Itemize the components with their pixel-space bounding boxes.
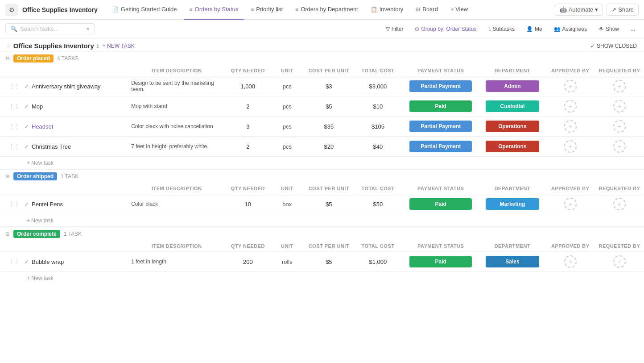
collapse-icon-order-placed[interactable]: ⊖ bbox=[5, 55, 10, 62]
approved-by-avatar[interactable]: + bbox=[564, 100, 577, 113]
col-header-item-desc-3: ITEM DESCRIPTION bbox=[128, 241, 226, 252]
unit-cell: pcs bbox=[270, 96, 304, 117]
filter-button[interactable]: ▽ Filter bbox=[382, 24, 407, 34]
task-name[interactable]: Mop bbox=[32, 103, 43, 110]
col-header-dept-3: DEPARTMENT bbox=[479, 241, 546, 252]
unit-cell: pcs bbox=[270, 137, 304, 157]
approved-by-cell: + bbox=[546, 137, 595, 157]
group-icon: ⊙ bbox=[415, 26, 419, 32]
qty-cell: 200 bbox=[226, 252, 270, 272]
requested-by-avatar[interactable]: + bbox=[613, 198, 626, 210]
requested-by-avatar[interactable]: + bbox=[613, 255, 626, 268]
approved-by-avatar[interactable]: + bbox=[564, 80, 577, 92]
col-header-total-2: TOTAL COST bbox=[353, 183, 402, 194]
approved-by-avatar[interactable]: + bbox=[564, 255, 577, 268]
section-order-shipped: ⊖ Order shipped 1 TASK ITEM DESCRIPTION … bbox=[0, 169, 644, 226]
me-button[interactable]: 👤 Me bbox=[523, 24, 546, 34]
group-by-button[interactable]: ⊙ Group by: Order Status bbox=[411, 24, 480, 34]
requested-by-avatar[interactable]: + bbox=[613, 100, 626, 113]
share-button[interactable]: ↗ Share bbox=[607, 4, 639, 16]
new-task-button[interactable]: + NEW TASK bbox=[103, 43, 135, 49]
tab-orders-by-status[interactable]: ≡ Orders by Status bbox=[184, 0, 244, 20]
task-name[interactable]: Pentel Pens bbox=[32, 201, 63, 208]
subtasks-button[interactable]: ⤵ Subtasks bbox=[485, 24, 518, 34]
requested-by-avatar[interactable]: + bbox=[613, 120, 626, 133]
approved-by-cell: + bbox=[546, 117, 595, 137]
app-title: Office Supplies Inventory bbox=[22, 6, 98, 13]
tab-icon-board: ⊞ bbox=[416, 6, 420, 13]
col-header-qty: QTY NEEDED bbox=[226, 65, 270, 76]
task-name[interactable]: Anniversary shirt giveaway bbox=[32, 83, 101, 90]
task-name[interactable]: Headset bbox=[32, 123, 53, 130]
cost-per-unit-cell: $3 bbox=[304, 76, 353, 96]
check-icon[interactable]: ✓ bbox=[24, 259, 29, 265]
check-icon[interactable]: ✓ bbox=[24, 103, 29, 110]
total-cost-cell: $40 bbox=[353, 137, 402, 157]
check-icon[interactable]: ✓ bbox=[24, 123, 29, 130]
nav-right: 🤖 Automate ▾ ↗ Share bbox=[555, 4, 639, 16]
col-header-qty-2: QTY NEEDED bbox=[226, 183, 270, 194]
item-description-cell: Mop with stand bbox=[128, 96, 226, 117]
drag-handle-icon: ⋮⋮ bbox=[9, 259, 20, 265]
tab-board[interactable]: ⊞ Board bbox=[410, 0, 443, 20]
requested-by-cell: + bbox=[595, 96, 644, 117]
info-icon: ℹ bbox=[97, 43, 99, 49]
unit-cell: pcs bbox=[270, 76, 304, 96]
requested-by-cell: + bbox=[595, 76, 644, 96]
unit-cell: box bbox=[270, 194, 304, 214]
search-box[interactable]: 🔍 Search tasks... ▾ bbox=[5, 23, 95, 34]
approved-by-avatar[interactable]: + bbox=[564, 120, 577, 133]
task-table-order-shipped: ITEM DESCRIPTION QTY NEEDED UNIT COST PE… bbox=[0, 183, 644, 214]
payment-status-cell: Paid bbox=[402, 194, 479, 214]
col-header-approved-3: APPROVED BY bbox=[546, 241, 595, 252]
requested-by-cell: + bbox=[595, 137, 644, 157]
approved-by-cell: + bbox=[546, 252, 595, 272]
show-closed-button[interactable]: ✓ SHOW CLOSED bbox=[590, 43, 637, 49]
requested-by-avatar[interactable]: + bbox=[613, 140, 626, 153]
tab-orders-by-dept[interactable]: ≡ Orders by Department bbox=[290, 0, 363, 20]
page-title: Office Supplies Inventory bbox=[13, 42, 94, 50]
check-icon[interactable]: ✓ bbox=[24, 143, 29, 150]
automate-icon: 🤖 bbox=[560, 6, 567, 13]
new-task-row-order-shipped[interactable]: + New task bbox=[0, 214, 644, 226]
department-cell: Sales bbox=[479, 252, 546, 272]
payment-badge: Partial Payment bbox=[409, 141, 472, 152]
collapse-list-icon[interactable]: ○ bbox=[7, 42, 11, 49]
qty-cell: 3 bbox=[226, 117, 270, 137]
approved-by-avatar[interactable]: + bbox=[564, 198, 577, 210]
automate-button[interactable]: 🤖 Automate ▾ bbox=[555, 4, 603, 16]
approved-by-avatar[interactable]: + bbox=[564, 140, 577, 153]
col-header-cost-3: COST PER UNIT bbox=[304, 241, 353, 252]
check-icon[interactable]: ✓ bbox=[24, 201, 29, 208]
assignees-button[interactable]: 👥 Assignees bbox=[550, 24, 590, 34]
total-cost-cell: $3,000 bbox=[353, 76, 402, 96]
top-nav: ⚙ Office Supplies Inventory 📄 Getting St… bbox=[0, 0, 644, 20]
table-row: ⋮⋮ ✓ Bubble wrap 1 feet in length. 200 r… bbox=[0, 252, 644, 272]
new-task-row-order-complete[interactable]: + New task bbox=[0, 272, 644, 284]
col-header-payment-2: PAYMENT STATUS bbox=[402, 183, 479, 194]
payment-badge: Paid bbox=[409, 256, 472, 267]
tab-add-view[interactable]: + View bbox=[445, 0, 473, 20]
task-name[interactable]: Christmas Tree bbox=[32, 143, 71, 150]
more-options-button[interactable]: ... bbox=[627, 24, 639, 34]
task-name[interactable]: Bubble wrap bbox=[32, 259, 64, 265]
collapse-icon-order-complete[interactable]: ⊖ bbox=[5, 231, 10, 237]
tab-priority-list[interactable]: ≡ Priority list bbox=[245, 0, 288, 20]
col-header-requested: REQUESTED BY bbox=[595, 65, 644, 76]
show-button[interactable]: 👁 Show bbox=[595, 24, 623, 34]
payment-status-cell: Paid bbox=[402, 96, 479, 117]
subtasks-icon: ⤵ bbox=[488, 26, 491, 32]
tab-inventory[interactable]: 📋 Inventory bbox=[365, 0, 409, 20]
cost-per-unit-cell: $5 bbox=[304, 252, 353, 272]
qty-cell: 1,000 bbox=[226, 76, 270, 96]
chevron-down-icon: ▾ bbox=[87, 25, 90, 32]
task-count-order-placed: 4 TASKS bbox=[57, 55, 78, 62]
collapse-icon-order-shipped[interactable]: ⊖ bbox=[5, 173, 10, 179]
filter-icon: ▽ bbox=[386, 26, 390, 32]
new-task-row-order-placed[interactable]: + New task bbox=[0, 157, 644, 169]
check-icon[interactable]: ✓ bbox=[24, 83, 29, 90]
tab-getting-started[interactable]: 📄 Getting Started Guide bbox=[107, 0, 182, 20]
requested-by-avatar[interactable]: + bbox=[613, 80, 626, 92]
app-icon: ⚙ bbox=[5, 4, 18, 16]
col-header-unit-2: UNIT bbox=[270, 183, 304, 194]
